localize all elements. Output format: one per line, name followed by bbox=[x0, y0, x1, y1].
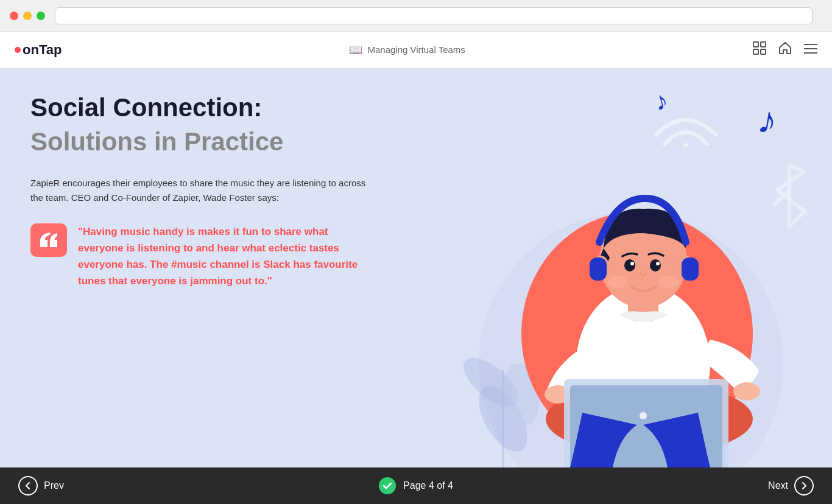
page-indicator: Page 4 of 4 bbox=[379, 477, 453, 494]
svg-point-35 bbox=[630, 262, 634, 265]
svg-rect-0 bbox=[753, 42, 758, 47]
bottom-bar: Prev Page 4 of 4 Next bbox=[0, 467, 832, 504]
book-icon: 📖 bbox=[349, 43, 362, 57]
header-center: 📖 Managing Virtual Teams bbox=[349, 43, 465, 57]
next-arrow-icon bbox=[794, 476, 814, 495]
svg-point-33 bbox=[624, 259, 635, 271]
check-icon bbox=[379, 477, 396, 494]
logo-dot bbox=[15, 47, 21, 53]
minimize-button[interactable] bbox=[23, 12, 32, 20]
person-illustration bbox=[442, 114, 820, 467]
svg-rect-1 bbox=[761, 42, 766, 47]
main-title: Social Connection: bbox=[30, 93, 372, 123]
next-label: Next bbox=[768, 480, 788, 491]
url-bar[interactable] bbox=[55, 7, 813, 24]
course-title: Managing Virtual Teams bbox=[367, 44, 465, 55]
close-button[interactable] bbox=[10, 12, 18, 20]
svg-rect-2 bbox=[753, 49, 758, 54]
prev-button[interactable]: Prev bbox=[18, 476, 64, 495]
svg-point-37 bbox=[608, 276, 627, 288]
svg-rect-32 bbox=[682, 257, 699, 281]
grid-icon[interactable] bbox=[753, 41, 766, 58]
svg-rect-31 bbox=[590, 257, 607, 281]
svg-point-36 bbox=[656, 262, 660, 265]
left-content: Social Connection: Solutions in Practice… bbox=[0, 68, 402, 467]
description: ZapieR encourages their employees to sha… bbox=[30, 176, 372, 205]
home-icon[interactable] bbox=[778, 41, 792, 58]
logo: onTap bbox=[15, 42, 62, 58]
main-content: Social Connection: Solutions in Practice… bbox=[0, 68, 832, 467]
quote-text: "Having music handy is makes it fun to s… bbox=[78, 223, 372, 290]
svg-point-22 bbox=[733, 382, 760, 401]
traffic-lights bbox=[10, 12, 45, 20]
svg-rect-3 bbox=[761, 49, 766, 54]
svg-point-38 bbox=[659, 276, 679, 288]
illustration-area: ♪ ♪ bbox=[393, 68, 832, 467]
quote-icon bbox=[30, 223, 67, 257]
svg-point-34 bbox=[650, 259, 661, 271]
quote-block: "Having music handy is makes it fun to s… bbox=[30, 223, 372, 290]
header-right bbox=[753, 41, 817, 58]
svg-point-25 bbox=[640, 412, 647, 419]
prev-arrow-icon bbox=[18, 476, 38, 495]
maximize-button[interactable] bbox=[37, 12, 45, 20]
page-indicator-text: Page 4 of 4 bbox=[403, 480, 453, 491]
app-header: onTap 📖 Managing Virtual Teams bbox=[0, 32, 832, 68]
logo-text: onTap bbox=[23, 42, 62, 58]
title-bar bbox=[0, 0, 832, 32]
next-button[interactable]: Next bbox=[768, 476, 814, 495]
main-subtitle: Solutions in Practice bbox=[30, 127, 372, 157]
prev-label: Prev bbox=[44, 480, 64, 491]
menu-icon[interactable] bbox=[804, 43, 817, 57]
